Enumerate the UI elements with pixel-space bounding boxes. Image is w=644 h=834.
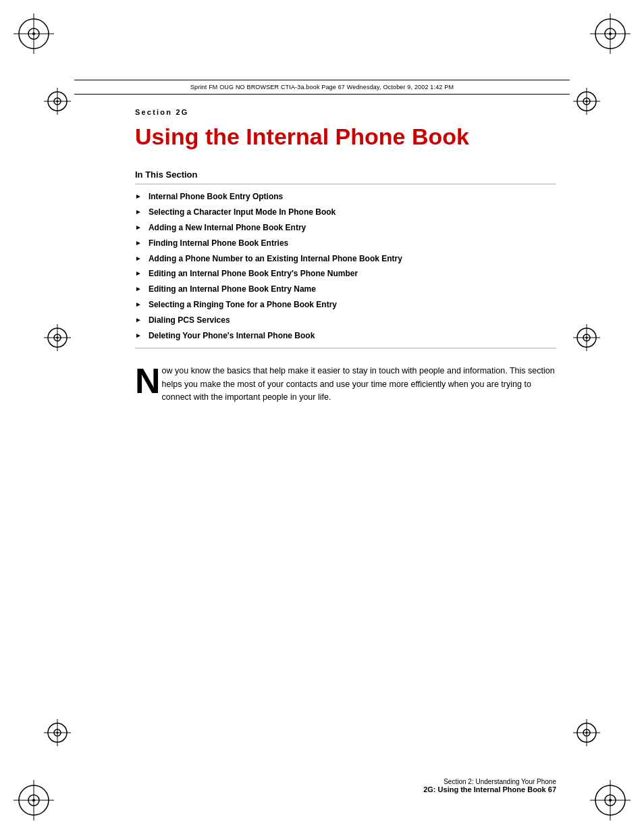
arrow-icon: ►	[135, 269, 142, 278]
list-item-label: Selecting a Ringing Tone for a Phone Boo…	[149, 299, 337, 311]
arrow-icon: ►	[135, 254, 142, 263]
arrow-icon: ►	[135, 207, 142, 217]
page: Sprint FM OUG NO BROWSER CTIA-3a.book Pa…	[0, 0, 644, 834]
arrow-icon: ►	[135, 223, 142, 232]
page-title: Using the Internal Phone Book	[135, 124, 556, 149]
arrow-icon: ►	[135, 315, 142, 325]
corner-mark-tr	[590, 14, 630, 54]
side-mark-mr	[573, 324, 600, 351]
main-content: Section 2G Using the Internal Phone Book…	[135, 108, 556, 712]
section-items-list: ► Internal Phone Book Entry Options ► Se…	[135, 191, 556, 341]
arrow-icon: ►	[135, 300, 142, 309]
list-item-label: Adding a New Internal Phone Book Entry	[149, 222, 306, 234]
arrow-icon: ►	[135, 238, 142, 248]
corner-mark-bl	[14, 780, 54, 820]
list-item-label: Selecting a Character Input Mode In Phon…	[149, 207, 336, 218]
side-mark-ml	[44, 324, 71, 351]
in-this-section-box: In This Section ► Internal Phone Book En…	[135, 170, 556, 348]
footer-line1: Section 2: Understanding Your Phone	[135, 778, 556, 785]
list-item-label: Internal Phone Book Entry Options	[149, 191, 283, 203]
header-strip-text: Sprint FM OUG NO BROWSER CTIA-3a.book Pa…	[190, 84, 454, 90]
list-item: ► Editing an Internal Phone Book Entry N…	[135, 284, 556, 295]
list-item: ► Finding Internal Phone Book Entries	[135, 238, 556, 249]
arrow-icon: ►	[135, 331, 142, 340]
list-item-label: Finding Internal Phone Book Entries	[149, 238, 288, 249]
list-item-label: Editing an Internal Phone Book Entry Nam…	[149, 284, 316, 295]
list-item: ► Adding a Phone Number to an Existing I…	[135, 253, 556, 265]
list-item: ► Selecting a Ringing Tone for a Phone B…	[135, 299, 556, 311]
list-item: ► Selecting a Character Input Mode In Ph…	[135, 207, 556, 218]
side-mark-bl	[44, 719, 71, 746]
arrow-icon: ►	[135, 284, 142, 294]
list-item: ► Internal Phone Book Entry Options	[135, 191, 556, 203]
side-mark-tl	[44, 88, 71, 115]
in-this-section-heading: In This Section	[135, 170, 556, 184]
section-label: Section 2G	[135, 108, 556, 116]
list-item-label: Adding a Phone Number to an Existing Int…	[149, 253, 402, 265]
drop-cap: N	[135, 366, 161, 396]
list-item-label: Dialing PCS Services	[149, 315, 230, 326]
body-text-rest: ow you know the basics that help make it…	[162, 366, 555, 402]
list-item-label: Editing an Internal Phone Book Entry's P…	[149, 268, 358, 280]
side-mark-tr	[573, 88, 600, 115]
side-mark-br	[573, 719, 600, 746]
body-text: Now you know the basics that help make i…	[135, 365, 556, 404]
corner-mark-tl	[14, 14, 54, 54]
header-strip: Sprint FM OUG NO BROWSER CTIA-3a.book Pa…	[74, 80, 570, 95]
list-item: ► Dialing PCS Services	[135, 315, 556, 326]
list-item: ► Editing an Internal Phone Book Entry's…	[135, 268, 556, 280]
list-item: ► Deleting Your Phone's Internal Phone B…	[135, 330, 556, 342]
body-text-content: Now you know the basics that help make i…	[135, 365, 556, 404]
arrow-icon: ►	[135, 192, 142, 201]
footer: Section 2: Understanding Your Phone 2G: …	[135, 778, 556, 793]
footer-line2: 2G: Using the Internal Phone Book 67	[135, 785, 556, 793]
section-bottom-divider	[135, 348, 556, 348]
list-item-label: Deleting Your Phone's Internal Phone Boo…	[149, 330, 315, 342]
list-item: ► Adding a New Internal Phone Book Entry	[135, 222, 556, 234]
corner-mark-br	[590, 780, 630, 820]
